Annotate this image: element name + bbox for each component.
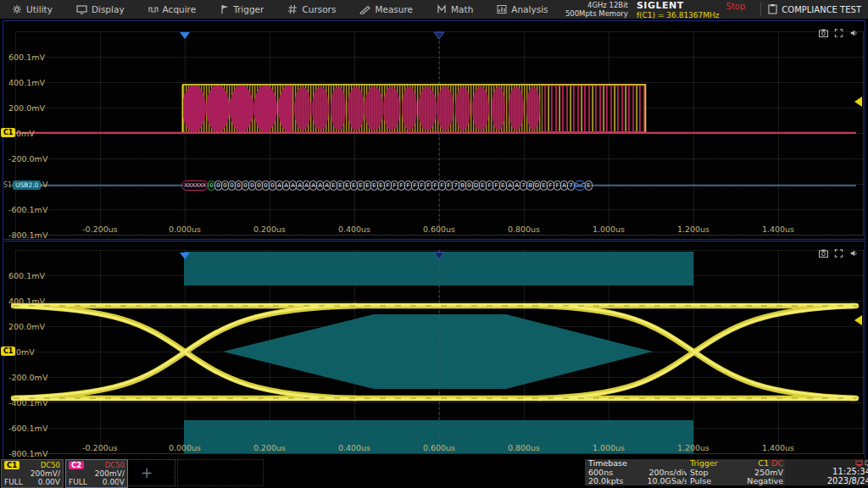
- x-tick-label: 0.800us: [481, 443, 566, 453]
- expand-icon[interactable]: [834, 245, 843, 261]
- x-tick-label: 0.000us: [142, 443, 227, 453]
- decode-token-row: XXXXXX0000000000AAAAAAAAEEEEEEEEFFFFFFFF…: [181, 180, 592, 191]
- bottom-y-axis-labels: 600.1mV400.1mV200.0mV0.0mV-200.0mV-400.1…: [8, 263, 68, 466]
- y-tick-label: 400.1mV: [8, 69, 68, 95]
- x-tick-label: 1.000us: [566, 225, 651, 235]
- decode-token: XXXXXX: [181, 180, 209, 191]
- y-tick-label: -600.1mV: [8, 197, 68, 222]
- y-tick-label: 200.0mV: [8, 95, 68, 120]
- y-tick-label: -600.1mV: [8, 415, 68, 441]
- x-tick-label: 0.800us: [481, 225, 566, 235]
- x-tick-label: 0.400us: [312, 443, 397, 453]
- x-tick-label: 1.200us: [651, 443, 736, 453]
- y-tick-label: -200.0mV: [8, 364, 68, 390]
- decode-token: 0xC: [574, 180, 586, 191]
- x-tick-label: -0.200us: [58, 225, 142, 235]
- top-panel-tools: [819, 25, 858, 41]
- channel-badge-c1-bottom[interactable]: C1: [1, 347, 15, 356]
- bottom-x-axis-labels: -0.200us0.000us0.200us0.400us0.600us0.80…: [58, 443, 821, 453]
- y-tick-label: 200.0mV: [8, 313, 68, 339]
- x-tick-label: 0.200us: [227, 225, 312, 235]
- x-tick-label: 1.200us: [651, 225, 736, 235]
- sound-icon[interactable]: [849, 245, 858, 261]
- sound-icon[interactable]: [849, 25, 858, 41]
- bottom-panel-tools: [819, 245, 858, 261]
- x-tick-label: 0.600us: [397, 225, 481, 235]
- x-tick-label: -0.200us: [58, 443, 142, 453]
- top-y-axis-labels: 600.1mV400.1mV200.0mV0.0mV-200.0mV-400.1…: [8, 44, 68, 247]
- y-tick-label: 0.0mV: [8, 120, 68, 146]
- expand-icon[interactable]: [834, 25, 843, 41]
- x-tick-label: 0.000us: [142, 225, 227, 235]
- y-tick-label: -400.1mV: [8, 390, 68, 415]
- top-x-axis-labels: -0.200us0.000us0.200us0.400us0.600us0.80…: [58, 225, 821, 235]
- channel-badge-c1-top[interactable]: C1: [1, 128, 15, 137]
- y-tick-label: 0.0mV: [8, 339, 68, 364]
- x-tick-label: 1.400us: [736, 443, 821, 453]
- y-tick-label: -200.0mV: [8, 146, 68, 171]
- y-tick-label: 600.1mV: [8, 263, 68, 288]
- camera-icon[interactable]: [819, 25, 828, 41]
- decode-bus-protocol-badge[interactable]: USB2.0: [13, 180, 41, 190]
- x-tick-label: 1.400us: [736, 225, 821, 235]
- eye-diagram: [0, 0, 868, 488]
- decode-bus-label[interactable]: S1: [3, 181, 12, 189]
- x-tick-label: 1.000us: [566, 443, 651, 453]
- x-tick-label: 0.400us: [312, 225, 397, 235]
- x-tick-label: 0.600us: [397, 443, 481, 453]
- y-tick-label: 400.1mV: [8, 288, 68, 313]
- decode-token: E: [585, 180, 593, 191]
- x-tick-label: 0.200us: [227, 443, 312, 453]
- y-tick-label: 600.1mV: [8, 44, 68, 69]
- camera-icon[interactable]: [819, 245, 828, 261]
